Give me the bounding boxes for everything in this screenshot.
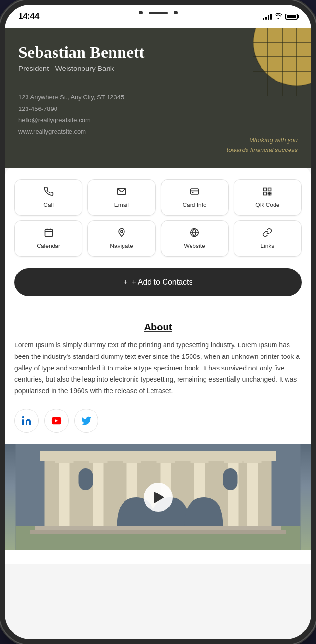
svg-rect-40	[247, 461, 258, 526]
calendar-button[interactable]: Calendar	[14, 220, 82, 257]
svg-rect-17	[268, 192, 270, 194]
svg-rect-46	[224, 459, 243, 463]
website-label: Website	[184, 243, 205, 249]
svg-rect-16	[264, 192, 267, 195]
linkedin-button[interactable]	[14, 409, 39, 433]
email-button[interactable]: Email	[87, 179, 155, 216]
youtube-button[interactable]	[44, 409, 69, 433]
about-text: Lorem Ipsum is simply dummy text of the …	[14, 340, 302, 397]
email-label: Email	[114, 202, 129, 208]
svg-rect-21	[45, 229, 52, 236]
qr-icon	[262, 187, 272, 199]
card-info-button[interactable]: Card Info	[161, 179, 229, 216]
svg-rect-27	[22, 419, 24, 425]
svg-rect-42	[89, 459, 108, 463]
svg-rect-43	[123, 459, 141, 463]
battery-icon	[285, 14, 298, 20]
svg-rect-20	[270, 192, 271, 194]
business-card: Sebastian Bennett President - Weistonbur…	[5, 28, 311, 168]
add-contacts-icon: +	[123, 278, 127, 287]
navigate-button[interactable]: Navigate	[87, 220, 155, 257]
add-contacts-label: + Add to Contacts	[132, 278, 193, 287]
svg-rect-19	[268, 194, 270, 195]
scroll-container[interactable]: Sebastian Bennett President - Weistonbur…	[5, 28, 311, 639]
card-email: hello@reallygreatsite.com	[18, 114, 298, 125]
wifi-icon	[275, 13, 282, 21]
card-info-label: Card Info	[182, 202, 206, 208]
call-button[interactable]: Call	[14, 179, 82, 216]
card-info-icon	[190, 187, 199, 199]
phone-screen: 14:44	[5, 5, 311, 639]
action-grid: Call Email	[14, 179, 302, 257]
calendar-label: Calendar	[37, 243, 60, 249]
status-icons	[263, 13, 298, 21]
notch-speaker	[149, 12, 168, 14]
svg-rect-47	[244, 459, 262, 463]
svg-rect-35	[93, 461, 104, 526]
phone-frame: 14:44	[0, 0, 316, 644]
svg-rect-15	[268, 188, 271, 191]
card-tagline-line2: towards financial success	[227, 145, 298, 155]
svg-rect-34	[59, 461, 70, 526]
email-icon	[117, 187, 126, 199]
links-button[interactable]: Links	[234, 220, 302, 257]
social-row	[14, 409, 302, 433]
notch-sensor	[174, 11, 178, 14]
twitter-button[interactable]	[74, 409, 98, 433]
svg-rect-11	[191, 189, 199, 194]
video-thumbnail[interactable]	[5, 444, 311, 550]
signal-icon	[263, 13, 272, 20]
svg-rect-45	[191, 459, 209, 463]
qr-code-button[interactable]: QR Code	[234, 179, 302, 216]
links-label: Links	[261, 243, 274, 249]
notch	[120, 5, 197, 20]
content-area: Call Email	[5, 166, 311, 564]
website-button[interactable]: Website	[161, 220, 229, 257]
svg-point-25	[121, 230, 123, 232]
play-icon	[154, 492, 164, 503]
navigate-label: Navigate	[110, 243, 133, 249]
card-tagline: Working with you towards financial succe…	[227, 136, 298, 154]
divider	[5, 310, 311, 310]
svg-rect-44	[157, 459, 175, 463]
svg-rect-41	[55, 459, 74, 463]
about-title: About	[14, 322, 302, 333]
play-button[interactable]	[144, 483, 173, 512]
qr-code-label: QR Code	[255, 202, 279, 208]
notch-camera	[139, 11, 143, 14]
call-icon	[44, 187, 54, 199]
globe-decoration	[234, 28, 311, 105]
calendar-icon	[44, 228, 54, 240]
svg-rect-18	[270, 194, 271, 195]
add-to-contacts-button[interactable]: + + Add to Contacts	[14, 268, 302, 296]
status-time: 14:44	[18, 12, 39, 21]
svg-rect-49	[223, 468, 238, 490]
links-icon	[262, 228, 272, 240]
website-icon	[190, 228, 199, 240]
card-tagline-line1: Working with you	[227, 136, 298, 145]
svg-rect-48	[79, 468, 93, 490]
call-label: Call	[43, 202, 54, 208]
navigate-icon	[117, 228, 126, 240]
svg-point-28	[22, 416, 24, 418]
svg-rect-14	[264, 188, 267, 191]
svg-rect-51	[30, 530, 286, 534]
